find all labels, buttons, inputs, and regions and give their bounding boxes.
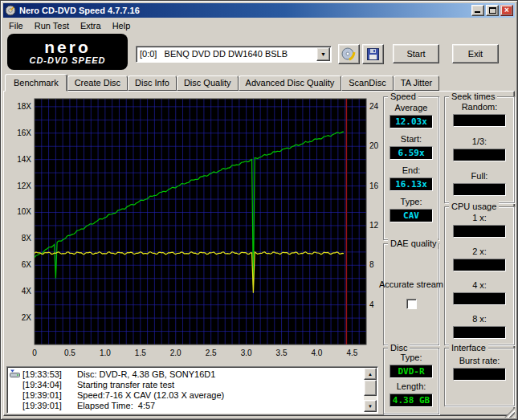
svg-text:4: 4 (369, 300, 374, 309)
svg-text:1.5: 1.5 (135, 349, 146, 357)
arrow-down-icon: ▼ (368, 404, 373, 409)
svg-text:4X: 4X (22, 287, 32, 296)
drive-settings-button[interactable] (338, 44, 360, 64)
svg-text:10X: 10X (17, 207, 31, 216)
tab-scandisc[interactable]: ScanDisc (341, 75, 393, 91)
svg-text:20: 20 (369, 141, 379, 150)
seek-random-label: Random: (462, 102, 498, 112)
speed-end-label: End: (402, 165, 421, 176)
minimize-button[interactable] (471, 5, 484, 16)
log-list: [19:33:53] Disc: DVD-R, 4.38 GB, SONY16D… (6, 366, 378, 414)
cpu-2x-display (453, 259, 506, 271)
scroll-down-button[interactable]: ▼ (364, 400, 377, 412)
tab-advanced-disc-quality[interactable]: Advanced Disc Quality (239, 75, 342, 91)
seek-full-display (453, 183, 506, 196)
cpu-8x-field: 8 x: (453, 314, 506, 339)
svg-text:12X: 12X (17, 181, 31, 190)
log-timestamp: [19:39:01] (22, 401, 69, 410)
log-scrollbar[interactable]: ▲ ▼ (364, 368, 377, 412)
speed-average-label: Average (395, 103, 428, 113)
maximize-button[interactable] (486, 5, 499, 16)
seek-third-field: 1/3: (453, 137, 506, 161)
accurate-stream-checkbox[interactable] (406, 299, 417, 309)
log-message: Speed:7-16 X CAV (12.03 X average) (77, 390, 224, 400)
log-timestamp: [19:39:01] (22, 390, 69, 400)
svg-text:6X: 6X (22, 260, 32, 269)
disc-length-field: Length: 4.38 GB (390, 381, 433, 407)
cpu-2x-field: 2 x: (453, 247, 506, 271)
svg-text:4.0: 4.0 (312, 349, 323, 357)
speed-average-display: 12.03x (390, 115, 433, 128)
speed-start-field: Start: 6.59x (390, 134, 433, 160)
svg-text:16X: 16X (17, 128, 31, 137)
drive-select[interactable]: [0:0] BENQ DVD DD DW1640 BSLB ▼ (136, 46, 332, 63)
save-button[interactable] (362, 44, 384, 64)
start-button[interactable]: Start (393, 44, 439, 63)
scroll-up-button[interactable]: ▲ (364, 368, 377, 380)
tab-ta-jitter[interactable]: TA Jitter (394, 75, 440, 91)
title-bar[interactable]: Nero CD-DVD Speed 4.7.7.16 × (3, 3, 515, 18)
drive-select-value: [0:0] BENQ DVD DD DW1640 BSLB (140, 49, 288, 59)
seek-full-field: Full: (453, 171, 506, 196)
minimize-icon (475, 11, 480, 13)
svg-text:3.0: 3.0 (241, 349, 252, 357)
burst-rate-label: Burst rate: (459, 356, 500, 366)
menu-run-test[interactable]: Run Test (29, 19, 75, 32)
seek-full-label: Full: (471, 171, 488, 181)
svg-text:8X: 8X (22, 234, 32, 243)
svg-text:4.5: 4.5 (346, 349, 357, 357)
disc-type-field: Type: DVD-R (390, 353, 433, 378)
speed-panel: Speed Average 12.03x Start: 6.59x End: 1… (383, 96, 439, 240)
svg-text:2X: 2X (22, 313, 32, 322)
menu-help[interactable]: Help (107, 19, 137, 32)
tab-strip: Benchmark Create Disc Disc Info Disc Qua… (5, 73, 439, 91)
tab-disc-quality[interactable]: Disc Quality (177, 75, 239, 91)
tab-disc-info[interactable]: Disc Info (128, 75, 177, 91)
svg-text:18X: 18X (17, 102, 31, 111)
tab-create-disc[interactable]: Create Disc (67, 75, 128, 91)
svg-text:0: 0 (32, 349, 37, 357)
cpu-1x-field: 1 x: (453, 213, 506, 238)
drive-select-dropdown-button[interactable]: ▼ (316, 47, 330, 61)
seek-random-display (453, 114, 506, 127)
cpu-usage-panel: CPU usage 1 x: 2 x: 4 x: 8 x: (444, 206, 515, 345)
cpu-4x-field: 4 x: (453, 280, 506, 305)
tab-benchmark[interactable]: Benchmark (5, 74, 67, 92)
svg-text:24: 24 (369, 102, 379, 111)
dae-quality-panel-title: DAE quality (388, 239, 438, 249)
cpu-8x-display (453, 326, 506, 339)
disc-drive-icon (10, 369, 22, 378)
benchmark-chart: 18X16X14X12X10X8X6X4X2X242016128400.51.0… (7, 95, 381, 363)
disc-panel-title: Disc (388, 343, 410, 353)
exit-button[interactable]: Exit (452, 44, 499, 63)
save-icon (367, 48, 379, 60)
cpu-4x-display (453, 292, 506, 305)
log-timestamp: [19:34:04] (22, 380, 69, 389)
cpu-usage-panel-title: CPU usage (449, 202, 499, 212)
close-button[interactable]: × (500, 5, 513, 16)
speed-start-label: Start: (401, 134, 422, 145)
log-message: Disc: DVD-R, 4.38 GB, SONY16D1 (77, 369, 215, 379)
seek-third-label: 1/3: (472, 137, 487, 147)
menu-file[interactable]: File (3, 19, 29, 32)
cd-dvd-speed-logo-text: CD-DVD SPEED (29, 55, 105, 65)
close-icon: × (504, 6, 509, 14)
dae-quality-panel: DAE quality Accurate stream (383, 243, 439, 345)
disc-type-label: Type: (401, 353, 422, 363)
disc-type-display: DVD-R (390, 365, 433, 378)
log-row: [19:34:04] Starting transfer rate test (10, 379, 364, 389)
window-title: Nero CD-DVD Speed 4.7.7.16 (19, 6, 470, 15)
menu-extra[interactable]: Extra (75, 19, 107, 32)
speed-end-display: 16.13x (390, 177, 433, 191)
speed-average-field: Average 12.03x (390, 103, 433, 128)
svg-text:16: 16 (369, 181, 379, 190)
log-message: Elapsed Time: 4:57 (77, 401, 155, 410)
interface-panel: Interface Burst rate: (444, 348, 515, 406)
scrollbar-thumb[interactable] (364, 380, 377, 396)
svg-text:2.5: 2.5 (206, 349, 217, 357)
nero-logo: nero CD-DVD SPEED (7, 34, 128, 70)
seek-times-panel-title: Seek times (449, 92, 497, 102)
log-rows: [19:33:53] Disc: DVD-R, 4.38 GB, SONY16D… (8, 368, 364, 412)
seek-third-display (453, 149, 506, 161)
svg-text:3.5: 3.5 (276, 349, 288, 357)
